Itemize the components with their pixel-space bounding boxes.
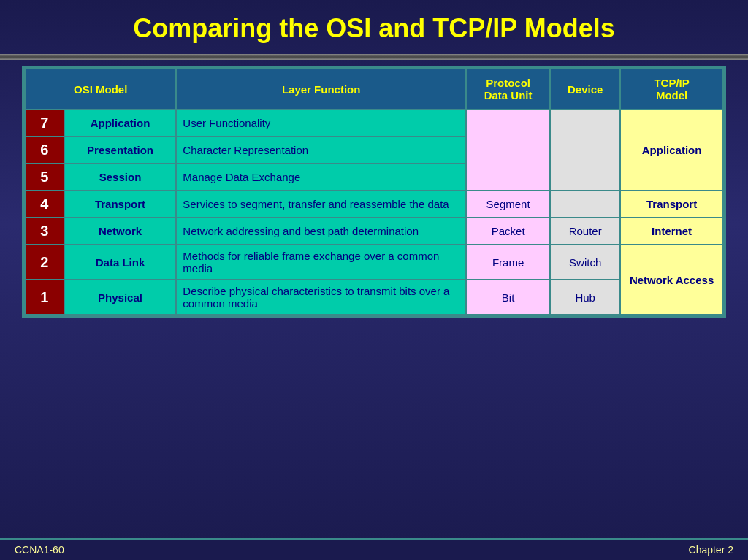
- row-osi-name: Transport: [64, 191, 177, 218]
- row-num: 7: [25, 110, 64, 137]
- row-pdu: Bit: [466, 280, 550, 315]
- row-osi-name: Physical: [64, 280, 177, 315]
- header-layer-function: Layer Function: [176, 69, 466, 110]
- row-num: 1: [25, 280, 64, 315]
- row-num: 4: [25, 191, 64, 218]
- row-osi-name: Data Link: [64, 245, 177, 280]
- page-title: Comparing the OSI and TCP/IP Models: [0, 0, 748, 54]
- row-num: 3: [25, 218, 64, 245]
- row-device: Switch: [550, 245, 620, 280]
- row-tcpip: Application: [620, 110, 723, 191]
- header-tcpip: TCP/IPModel: [620, 69, 723, 110]
- row-osi-name: Presentation: [64, 137, 177, 164]
- row-num: 2: [25, 245, 64, 280]
- row-pdu: Packet: [466, 218, 550, 245]
- row-pdu: Frame: [466, 245, 550, 280]
- row-tcpip: Network Access: [620, 245, 723, 315]
- row-tcpip: Internet: [620, 218, 723, 245]
- row-device: [550, 110, 620, 191]
- row-function: Character Representation: [176, 137, 466, 164]
- header-osi-model: OSI Model: [25, 69, 176, 110]
- footer-right: Chapter 2: [689, 544, 733, 556]
- footer: CCNA1-60 Chapter 2: [0, 538, 748, 560]
- row-device: Router: [550, 218, 620, 245]
- header-device: Device: [550, 69, 620, 110]
- row-function: Methods for reliable frame exchange over…: [176, 245, 466, 280]
- row-osi-name: Session: [64, 164, 177, 191]
- row-function: Manage Data Exchange: [176, 164, 466, 191]
- row-num: 6: [25, 137, 64, 164]
- row-osi-name: Application: [64, 110, 177, 137]
- row-function: Services to segment, transfer and reasse…: [176, 191, 466, 218]
- divider: [0, 54, 748, 60]
- row-pdu: [466, 110, 550, 191]
- row-function: User Functionality: [176, 110, 466, 137]
- row-tcpip: Transport: [620, 191, 723, 218]
- row-device: [550, 191, 620, 218]
- row-device: Hub: [550, 280, 620, 315]
- row-function: Describe physical characteristics to tra…: [176, 280, 466, 315]
- main-table-wrapper: OSI Model Layer Function ProtocolData Un…: [22, 66, 726, 318]
- footer-left: CCNA1-60: [15, 544, 64, 556]
- header-pdu: ProtocolData Unit: [466, 69, 550, 110]
- row-pdu: Segment: [466, 191, 550, 218]
- row-num: 5: [25, 164, 64, 191]
- row-function: Network addressing and best path determi…: [176, 218, 466, 245]
- row-osi-name: Network: [64, 218, 177, 245]
- comparison-table: OSI Model Layer Function ProtocolData Un…: [24, 68, 724, 315]
